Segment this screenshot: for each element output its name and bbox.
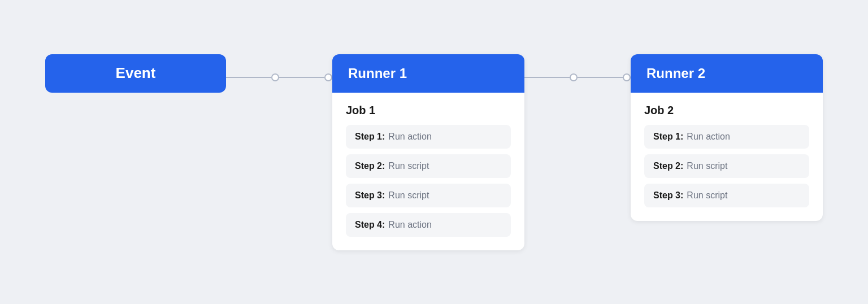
connector-line-1b bbox=[279, 77, 324, 78]
connector-dot-1b bbox=[324, 73, 332, 81]
runner1-node[interactable]: Runner 1 Job 1 Step 1: Run action Step 2… bbox=[332, 54, 524, 250]
runner1-card: Runner 1 Job 1 Step 1: Run action Step 2… bbox=[332, 54, 524, 250]
runner1-step1-action: Run action bbox=[388, 132, 432, 142]
runner2-step1-label: Step 1: bbox=[653, 132, 683, 142]
connector-line-2 bbox=[524, 77, 570, 78]
runner2-step2-label: Step 2: bbox=[653, 161, 683, 171]
event-header: Event bbox=[45, 54, 226, 93]
connector-line-1 bbox=[226, 77, 271, 78]
runner2-step-1[interactable]: Step 1: Run action bbox=[644, 125, 809, 149]
event-node[interactable]: Event bbox=[45, 54, 226, 93]
connector-dot-1a bbox=[271, 73, 279, 81]
event-label: Event bbox=[116, 64, 156, 82]
runner1-step2-action: Run script bbox=[388, 161, 429, 171]
runner1-step4-action: Run action bbox=[388, 220, 432, 230]
connector-2 bbox=[524, 73, 631, 81]
runner1-header: Runner 1 bbox=[332, 54, 524, 93]
runner1-step4-label: Step 4: bbox=[355, 220, 385, 230]
runner1-step-2[interactable]: Step 2: Run script bbox=[346, 154, 511, 178]
runner1-step2-label: Step 2: bbox=[355, 161, 385, 171]
runner1-step-4[interactable]: Step 4: Run action bbox=[346, 213, 511, 237]
runner1-step-3[interactable]: Step 3: Run script bbox=[346, 184, 511, 207]
connector-dot-2b bbox=[623, 73, 631, 81]
runner2-header: Runner 2 bbox=[631, 54, 823, 93]
canvas: Event Runner 1 Job 1 Step 1: Run action bbox=[0, 0, 868, 304]
runner1-step1-label: Step 1: bbox=[355, 132, 385, 142]
runner2-job-title: Job 2 bbox=[644, 104, 809, 117]
runner2-step3-label: Step 3: bbox=[653, 190, 683, 201]
runner2-step-2[interactable]: Step 2: Run script bbox=[644, 154, 809, 178]
runner1-step3-label: Step 3: bbox=[355, 190, 385, 201]
runner1-body: Job 1 Step 1: Run action Step 2: Run scr… bbox=[332, 93, 524, 250]
runner2-step2-action: Run script bbox=[687, 161, 727, 171]
runner2-step3-action: Run script bbox=[687, 190, 727, 201]
connector-1 bbox=[226, 73, 332, 81]
runner1-step3-action: Run script bbox=[388, 190, 429, 201]
connector-line-2b bbox=[578, 77, 623, 78]
runner2-node[interactable]: Runner 2 Job 2 Step 1: Run action Step 2… bbox=[631, 54, 823, 221]
runner1-job-title: Job 1 bbox=[346, 104, 511, 117]
runner2-body: Job 2 Step 1: Run action Step 2: Run scr… bbox=[631, 93, 823, 221]
runner2-label: Runner 2 bbox=[646, 66, 705, 81]
runner2-card: Runner 2 Job 2 Step 1: Run action Step 2… bbox=[631, 54, 823, 221]
runner1-label: Runner 1 bbox=[348, 66, 407, 81]
runner1-step-1[interactable]: Step 1: Run action bbox=[346, 125, 511, 149]
runner2-step-3[interactable]: Step 3: Run script bbox=[644, 184, 809, 207]
flow-diagram: Event Runner 1 Job 1 Step 1: Run action bbox=[45, 54, 823, 250]
runner2-step1-action: Run action bbox=[687, 132, 730, 142]
connector-dot-2a bbox=[570, 73, 578, 81]
